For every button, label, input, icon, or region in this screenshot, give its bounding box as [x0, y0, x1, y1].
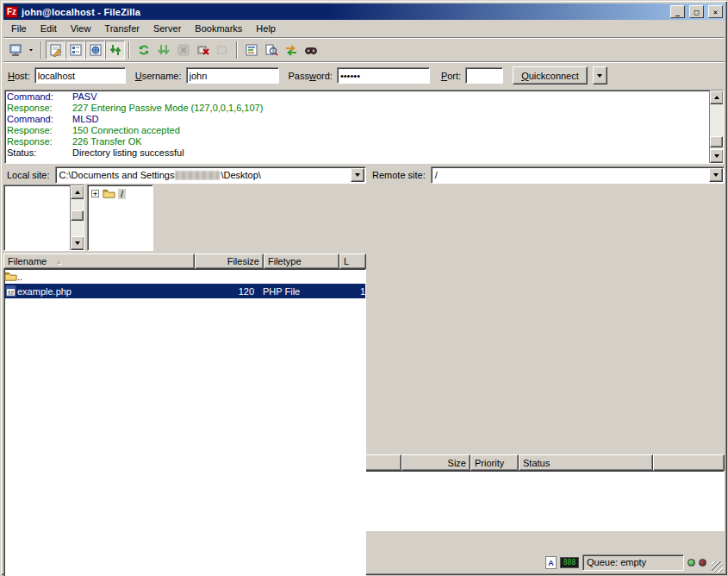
synchronized-browsing-button[interactable]: [281, 41, 301, 59]
scroll-down-button[interactable]: [710, 149, 724, 163]
menu-help[interactable]: Help: [249, 21, 283, 36]
resize-grip-icon[interactable]: [712, 561, 723, 573]
column-header-label: Filesize: [227, 256, 259, 266]
column-header-filesize[interactable]: Filesize: [195, 254, 264, 269]
led-display-icon[interactable]: 888: [560, 557, 579, 568]
filter-button[interactable]: [241, 41, 261, 59]
reconnect-button[interactable]: [213, 41, 233, 59]
tree-expander-icon[interactable]: +: [84, 204, 84, 212]
close-button[interactable]: ✕: [708, 5, 723, 18]
host-input[interactable]: [34, 67, 126, 84]
minimize-button[interactable]: _: [670, 5, 685, 18]
remote-tree-item[interactable]: +/: [91, 186, 152, 201]
log-line: Response:226 Transfer OK: [5, 136, 723, 147]
username-input[interactable]: [186, 67, 279, 84]
local-site-combobox[interactable]: C:\Documents and Settings\Desktop\: [55, 166, 366, 184]
site-manager-button[interactable]: [5, 41, 25, 59]
port-input[interactable]: [465, 67, 503, 84]
queue-column-header[interactable]: [653, 454, 725, 471]
directory-comparison-button[interactable]: [261, 41, 281, 59]
local-file-row[interactable]: ..: [4, 269, 365, 284]
toggle-queue-button[interactable]: [105, 41, 125, 59]
log-line-type: Response:: [7, 125, 72, 136]
local-directory-tree[interactable]: .VirtualBox+Application DataCookies-Desk…: [3, 185, 84, 251]
menu-server[interactable]: Server: [146, 21, 188, 36]
tree-line: [84, 193, 84, 194]
remote-site-combobox[interactable]: /: [431, 166, 725, 184]
queue-view-icon: [109, 43, 122, 57]
queue-column-header[interactable]: Status: [519, 454, 653, 471]
cancel-operation-button[interactable]: [173, 41, 193, 59]
local-path: C:\Documents and Settings\Desktop\: [56, 170, 350, 180]
data-type-icon[interactable]: A: [545, 556, 557, 569]
window-title: john@localhost - FileZilla: [22, 7, 666, 17]
queue-column-label: Size: [448, 458, 466, 468]
scroll-track[interactable]: [71, 199, 84, 236]
filezilla-window: Fz john@localhost - FileZilla _ □ ✕ File…: [0, 0, 728, 576]
scroll-thumb[interactable]: [710, 136, 723, 147]
local-site-dropdown[interactable]: [351, 168, 364, 182]
toggle-local-tree-button[interactable]: [65, 41, 85, 59]
find-files-button[interactable]: [301, 41, 320, 59]
redacted-username: [175, 171, 220, 180]
log-line-text: 227 Entering Passive Mode (127,0,0,1,6,1…: [72, 103, 263, 114]
column-header-label: Filetype: [268, 256, 302, 266]
host-label: Host:: [8, 71, 30, 81]
tree-expander-icon[interactable]: +: [91, 190, 99, 197]
toolbar-separator: [128, 41, 130, 59]
scroll-thumb[interactable]: [71, 210, 84, 221]
scroll-track[interactable]: [710, 104, 723, 149]
menu-edit[interactable]: Edit: [34, 21, 64, 36]
column-header-filename[interactable]: Filename▲: [3, 254, 195, 269]
log-view-icon: [49, 43, 63, 57]
log-line-text: MLSD: [72, 114, 99, 125]
local-list-headers: Filename▲FilesizeFiletypeL: [3, 254, 366, 269]
refresh-button[interactable]: [134, 41, 153, 59]
column-header-filetype[interactable]: Filetype: [264, 254, 339, 269]
tree-line: [84, 222, 84, 223]
maximize-button[interactable]: □: [689, 5, 704, 18]
password-label: Password:: [289, 71, 333, 81]
log-line: Command:PASV: [5, 91, 723, 103]
log-scrollbar[interactable]: [709, 91, 723, 163]
title-bar[interactable]: Fz john@localhost - FileZilla _ □ ✕: [3, 3, 725, 20]
remote-directory-tree[interactable]: +/: [87, 185, 153, 251]
toggle-message-log-button[interactable]: [46, 41, 65, 59]
disconnect-icon: [196, 43, 210, 57]
menu-bar: FileEditViewTransferServerBookmarksHelp: [3, 20, 725, 37]
menu-bookmarks[interactable]: Bookmarks: [188, 21, 249, 36]
message-log[interactable]: Command:PASVResponse:227 Entering Passiv…: [4, 90, 724, 164]
toggle-remote-tree-button[interactable]: [85, 41, 105, 59]
tree-item-label: /: [118, 189, 126, 199]
scroll-down-button[interactable]: [71, 236, 84, 250]
toolbar-separator: [236, 41, 238, 59]
remote-site-dropdown[interactable]: [709, 168, 723, 182]
site-manager-dropdown[interactable]: [25, 41, 37, 59]
disconnect-button[interactable]: [193, 41, 213, 59]
local-site-label: Local site:: [3, 170, 55, 180]
file-lists: Filename▲FilesizeFiletypeL ..example.php…: [3, 254, 725, 434]
column-header-l[interactable]: L: [339, 254, 366, 269]
tree-expander-icon[interactable]: -: [84, 234, 84, 241]
chevron-down-icon: [355, 173, 360, 177]
arrow-up-icon: [714, 96, 719, 99]
menu-file[interactable]: File: [4, 21, 34, 36]
local-file-list[interactable]: ..example.php120PHP File1: [3, 269, 366, 576]
log-line-text: Directory listing successful: [72, 147, 184, 159]
process-queue-button[interactable]: [153, 41, 173, 59]
password-input[interactable]: [337, 67, 430, 84]
column-header-label: Filename: [8, 256, 47, 266]
menu-view[interactable]: View: [64, 21, 98, 36]
chevron-down-icon: [713, 173, 719, 177]
quickconnect-dropdown[interactable]: [593, 66, 607, 85]
log-line: Response:227 Entering Passive Mode (127,…: [5, 103, 723, 114]
queue-column-header[interactable]: Priority: [470, 454, 519, 471]
scroll-up-button[interactable]: [710, 91, 724, 104]
menu-transfer[interactable]: Transfer: [97, 21, 146, 36]
quickconnect-button[interactable]: Quickconnect: [513, 66, 588, 85]
scroll-up-button[interactable]: [71, 185, 84, 199]
local-file-row[interactable]: example.php120PHP File1: [4, 284, 365, 298]
local-tree-scrollbar[interactable]: [70, 185, 84, 250]
folder-icon: [4, 270, 17, 283]
queue-column-header[interactable]: Size: [401, 454, 470, 471]
